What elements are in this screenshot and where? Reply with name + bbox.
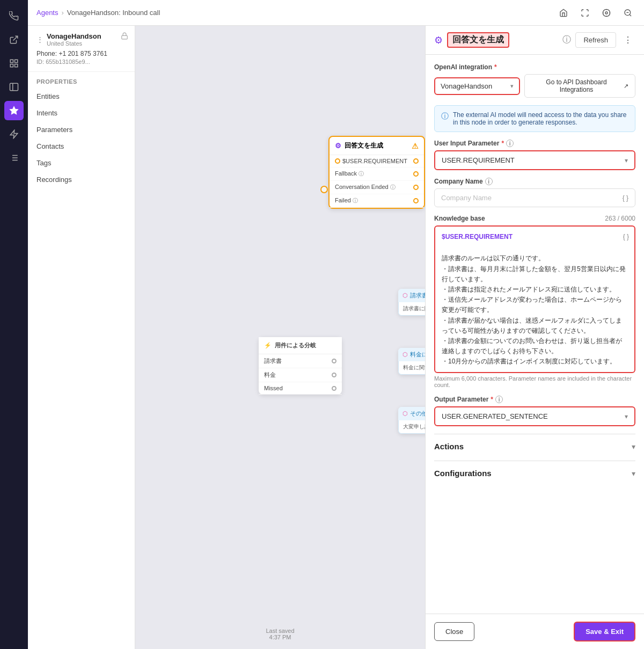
generate-node-gear: ⚙ [335,142,341,150]
generate-row-fallback: Fallback ⓘ [330,167,424,181]
nav-tags[interactable]: Tags [28,155,135,171]
list-icon[interactable] [4,148,24,167]
phone-transfer-icon[interactable] [4,30,24,49]
dot-missed [332,386,336,391]
actions-section: Actions ▾ [434,434,635,453]
division-node[interactable]: ⚡ 用件による分岐 請求書 料金 Missed [259,337,342,395]
properties-panel: ⋮ VonageHandson United States Phone: +1 … [28,26,135,649]
star-icon[interactable] [4,101,24,120]
user-input-info[interactable]: i [506,140,514,147]
lock-icon[interactable] [121,32,128,41]
configurations-chevron: ▾ [632,469,635,478]
company-name-input[interactable]: Company Name { } [434,188,635,207]
phone-icon[interactable] [4,6,24,26]
company-info[interactable]: i [485,178,493,185]
user-input-field: User Input Parameter * i USER.REQUIREMEN… [434,140,635,170]
contact-country: United States [47,40,101,47]
division-item-invoice: 請求書 [259,354,342,368]
agents-link[interactable]: Agents [36,9,58,17]
dot-right-fallback [413,171,419,177]
output-info[interactable]: i [495,396,503,403]
bracket-icon: { } [623,194,628,202]
fullscreen-icon[interactable] [577,5,592,20]
api-dashboard-button[interactable]: Go to API Dashboard Integrations ↗ [524,74,635,98]
sidebar [0,0,28,649]
left-connector [320,186,328,193]
openai-integration-field: OpenAI integration * VonageHandson ▾ Go … [434,63,635,98]
right-panel: ⚙ 回答文を生成 ⓘ Refresh ⋮ OpenAI integration … [425,26,644,649]
nav-entities[interactable]: Entities [28,88,135,105]
home-icon[interactable] [556,5,571,20]
svg-marker-7 [10,130,18,138]
svg-point-15 [605,12,608,14]
last-saved: Last saved 4:37 PM [266,628,294,640]
refresh-button[interactable]: Refresh [575,32,616,48]
bolt-icon[interactable] [4,125,24,144]
dot-right-failed [413,198,419,203]
other-node-body: 大変申し訳ございます [398,420,425,434]
invoice-node-header: ⬡ 請求書に関する問い [398,289,425,302]
output-dropdown[interactable]: USER.GENERATED_SENTENCE ▾ [434,406,635,426]
svg-point-14 [603,9,610,16]
openai-chevron: ▾ [510,83,514,90]
close-button[interactable]: Close [434,622,474,641]
price-node-body: 料金に関するお問い [398,361,425,375]
division-item-price: 料金 [259,368,342,382]
invoice-node[interactable]: ⬡ 請求書に関する問い 請求書に関するお問い [398,289,425,316]
page-title: VonageHandson: Inbound call [67,9,160,17]
generate-node-header: ⚙ 回答文を生成 ⚠ [330,137,424,155]
price-node-header: ⬡ 料金に関する問い [398,348,425,361]
more-options-icon[interactable]: ⋮ [620,33,635,48]
openai-dropdown[interactable]: VonageHandson ▾ [434,77,520,95]
required-marker: * [494,63,497,71]
svg-marker-6 [10,107,18,114]
configurations-section: Configurations ▾ [434,461,635,480]
kb-bracket-icon: { } [623,232,629,242]
svg-rect-4 [10,83,18,91]
user-input-dropdown[interactable]: USER.REQUIREMENT ▾ [434,150,635,170]
panel-info-icon[interactable]: ⓘ [562,34,571,46]
kb-textarea[interactable]: $USER.REQUIREMENT { } 請求書のルールは以下の通りです。 ・… [434,225,635,373]
user-input-chevron: ▾ [625,157,628,164]
kb-variable: $USER.REQUIREMENT [442,233,513,240]
right-panel-header: ⚙ 回答文を生成 ⓘ Refresh ⋮ [426,26,644,55]
topbar: Agents › VonageHandson: Inbound call [28,0,644,26]
panel-footer: Close Save & Exit [426,614,644,649]
output-value: USER.GENERATED_SENTENCE [442,412,548,420]
panel-icon[interactable] [4,77,24,97]
nav-contacts[interactable]: Contacts [28,138,135,155]
generate-node[interactable]: ⚙ 回答文を生成 ⚠ $USER.REQUIREMENT Fallback ⓘ … [328,136,425,209]
company-placeholder: Company Name [441,194,492,202]
breadcrumb-separator: › [61,9,63,17]
division-node-title: 用件による分岐 [275,341,316,349]
actions-header[interactable]: Actions ▾ [434,442,635,453]
nav-parameters[interactable]: Parameters [28,121,135,138]
svg-rect-1 [15,60,18,62]
generate-node-warning: ⚠ [412,142,419,150]
configurations-header[interactable]: Configurations ▾ [434,469,635,480]
generate-row-requirement: $USER.REQUIREMENT [330,155,424,167]
svg-rect-0 [10,60,13,62]
grid-icon[interactable] [4,54,24,73]
user-input-label: User Input Parameter * i [434,140,635,147]
right-panel-body: OpenAI integration * VonageHandson ▾ Go … [426,55,644,614]
output-parameter-field: Output Parameter * i USER.GENERATED_SENT… [434,396,635,426]
nav-intents[interactable]: Intents [28,105,135,121]
canvas-area: ⚙ 回答文を生成 ⚠ $USER.REQUIREMENT Fallback ⓘ … [135,26,425,649]
configurations-title: Configurations [434,469,492,478]
info-message: The external AI model will need access t… [453,111,628,126]
output-label: Output Parameter * i [434,396,635,403]
contact-menu-icon[interactable]: ⋮ [36,35,43,43]
nav-recordings[interactable]: Recordings [28,171,135,188]
save-exit-button[interactable]: Save & Exit [574,622,635,641]
openai-value: VonageHandson [441,82,492,90]
zoom-icon[interactable] [620,5,635,20]
target-icon[interactable] [599,5,614,20]
other-node[interactable]: ⬡ その他の問い合わせ 大変申し訳ございます [398,407,425,434]
invoice-node-body: 請求書に関するお問い [398,302,425,316]
openai-label: OpenAI integration * [434,63,635,71]
knowledge-base-field: Knowledge base 263 / 6000 $USER.REQUIREM… [434,215,635,388]
kb-label: Knowledge base [434,215,485,222]
price-node[interactable]: ⬡ 料金に関する問い 料金に関するお問い [398,348,425,375]
dot-right-ended [413,185,419,190]
